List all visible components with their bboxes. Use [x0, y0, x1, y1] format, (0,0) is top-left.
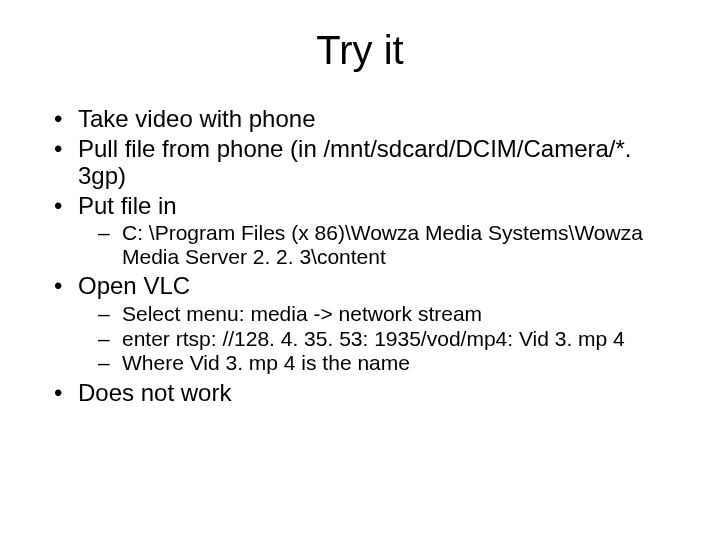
list-item: Open VLC Select menu: media -> network s…	[50, 272, 670, 374]
bullet-text: Put file in	[78, 192, 177, 219]
slide-title: Try it	[0, 28, 720, 73]
bullet-text: Pull file from phone (in /mnt/sdcard/DCI…	[78, 135, 632, 190]
list-item: enter rtsp: //128. 4. 35. 53: 1935/vod/m…	[96, 327, 670, 351]
list-item: Pull file from phone (in /mnt/sdcard/DCI…	[50, 135, 670, 190]
bullet-text: Does not work	[78, 379, 231, 406]
bullet-text: Where Vid 3. mp 4 is the name	[122, 351, 410, 374]
bullet-text: C: \Program Files (x 86)\Wowza Media Sys…	[122, 221, 643, 268]
sub-bullet-list: C: \Program Files (x 86)\Wowza Media Sys…	[78, 221, 670, 268]
bullet-text: Open VLC	[78, 272, 190, 299]
list-item: Take video with phone	[50, 105, 670, 133]
bullet-text: Select menu: media -> network stream	[122, 302, 482, 325]
list-item: Where Vid 3. mp 4 is the name	[96, 351, 670, 375]
sub-bullet-list: Select menu: media -> network stream ent…	[78, 302, 670, 375]
slide-body: Take video with phone Pull file from pho…	[0, 105, 720, 406]
list-item: Does not work	[50, 379, 670, 407]
bullet-text: enter rtsp: //128. 4. 35. 53: 1935/vod/m…	[122, 327, 625, 350]
bullet-text: Take video with phone	[78, 105, 316, 132]
bullet-list: Take video with phone Pull file from pho…	[50, 105, 670, 406]
list-item: Put file in C: \Program Files (x 86)\Wow…	[50, 192, 670, 269]
list-item: C: \Program Files (x 86)\Wowza Media Sys…	[96, 221, 670, 268]
list-item: Select menu: media -> network stream	[96, 302, 670, 326]
